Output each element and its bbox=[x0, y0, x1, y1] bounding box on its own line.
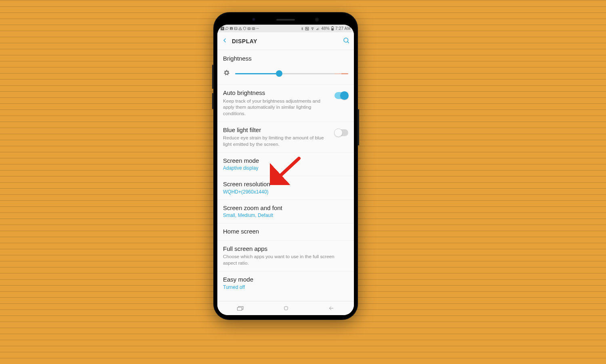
back-icon bbox=[328, 305, 335, 311]
recents-icon bbox=[237, 305, 244, 311]
camera-icon bbox=[247, 27, 251, 30]
brightness-slider-thumb[interactable] bbox=[276, 70, 282, 77]
phone-speaker bbox=[276, 19, 295, 21]
full-screen-apps-desc: Choose which apps you want to use in the… bbox=[223, 253, 348, 266]
chevron-left-icon bbox=[221, 37, 228, 44]
svg-rect-15 bbox=[332, 29, 333, 30]
app-bar: DISPLAY bbox=[217, 32, 354, 50]
shield-icon bbox=[243, 27, 246, 30]
row-screen-zoom-font[interactable]: Screen zoom and font Small, Medium, Defa… bbox=[217, 200, 354, 224]
nav-home-button[interactable] bbox=[283, 305, 289, 311]
screen-resolution-value: WQHD+(2960x1440) bbox=[223, 189, 348, 195]
more-notifications-icon bbox=[256, 27, 259, 30]
row-easy-mode[interactable]: Easy mode Turned off bbox=[217, 271, 354, 295]
status-battery-pct: 48% bbox=[321, 26, 330, 31]
svg-rect-14 bbox=[332, 26, 333, 27]
blue-light-title: Blue light filter bbox=[223, 126, 330, 134]
row-screen-resolution[interactable]: Screen resolution WQHD+(2960x1440) bbox=[217, 176, 354, 200]
search-icon bbox=[343, 37, 350, 44]
warning-icon bbox=[238, 27, 242, 30]
image-icon bbox=[234, 27, 238, 30]
row-auto-brightness[interactable]: Auto brightness Keep track of your brigh… bbox=[217, 85, 354, 122]
phone-sensor-left bbox=[252, 18, 255, 21]
page-title: DISPLAY bbox=[232, 38, 257, 44]
svg-point-2 bbox=[231, 28, 231, 29]
auto-brightness-desc: Keep track of your brightness adjustment… bbox=[223, 98, 330, 117]
auto-brightness-title: Auto brightness bbox=[223, 89, 330, 97]
phone-screen: 48% 7:27 AM DISPLAY Brightnes bbox=[217, 25, 354, 315]
screen-mode-title: Screen mode bbox=[223, 157, 348, 165]
svg-point-5 bbox=[248, 28, 250, 29]
row-brightness: Brightness bbox=[217, 50, 354, 85]
screen-resolution-title: Screen resolution bbox=[223, 180, 348, 188]
home-screen-title: Home screen bbox=[223, 227, 348, 236]
nav-bar bbox=[217, 301, 354, 315]
row-full-screen-apps[interactable]: Full screen apps Choose which apps you w… bbox=[217, 241, 354, 271]
svg-line-17 bbox=[347, 42, 349, 43]
svg-point-12 bbox=[312, 29, 313, 30]
svg-rect-21 bbox=[284, 307, 288, 310]
home-icon bbox=[283, 305, 289, 311]
svg-point-10 bbox=[258, 28, 259, 29]
phone-frame: 48% 7:27 AM DISPLAY Brightnes bbox=[213, 12, 358, 320]
svg-point-16 bbox=[344, 38, 348, 42]
bluetooth-icon bbox=[301, 27, 304, 31]
settings-list: Brightness Auto brightness Keep t bbox=[217, 50, 354, 301]
facebook-icon bbox=[221, 27, 224, 30]
brightness-slider[interactable] bbox=[235, 73, 348, 74]
screen-mode-value: Adaptive display bbox=[223, 165, 348, 171]
status-time: 7:27 AM bbox=[335, 26, 351, 31]
brightness-icon bbox=[223, 69, 230, 78]
back-button[interactable] bbox=[221, 37, 228, 45]
phone-volume-down bbox=[212, 93, 213, 109]
svg-point-19 bbox=[225, 72, 228, 74]
search-button[interactable] bbox=[343, 37, 350, 46]
camera2-icon bbox=[252, 27, 255, 30]
phone-camera bbox=[315, 17, 319, 22]
nav-recents-button[interactable] bbox=[237, 305, 244, 311]
svg-point-8 bbox=[257, 28, 257, 29]
zoom-font-title: Screen zoom and font bbox=[223, 204, 348, 212]
full-screen-apps-title: Full screen apps bbox=[223, 245, 348, 253]
row-blue-light-filter[interactable]: Blue light filter Reduce eye strain by l… bbox=[217, 122, 354, 153]
brightness-title: Brightness bbox=[223, 55, 348, 62]
phone-power-button bbox=[358, 109, 359, 145]
status-bar: 48% 7:27 AM bbox=[217, 25, 354, 32]
blue-light-desc: Reduce eye strain by limiting the amount… bbox=[223, 135, 330, 147]
easy-mode-title: Easy mode bbox=[223, 276, 348, 284]
auto-brightness-toggle[interactable] bbox=[335, 92, 348, 99]
zoom-font-value: Small, Medium, Default bbox=[223, 213, 348, 218]
svg-point-9 bbox=[257, 28, 258, 29]
svg-point-7 bbox=[253, 28, 254, 29]
blue-light-toggle[interactable] bbox=[335, 129, 348, 136]
wifi-icon bbox=[310, 27, 315, 30]
status-left-icons bbox=[221, 27, 259, 30]
easy-mode-value: Turned off bbox=[223, 284, 348, 290]
status-right-icons: 48% 7:27 AM bbox=[301, 26, 351, 31]
row-screen-mode[interactable]: Screen mode Adaptive display bbox=[217, 153, 354, 177]
nav-back-button[interactable] bbox=[328, 305, 335, 311]
contact-icon bbox=[229, 27, 233, 30]
svg-rect-20 bbox=[238, 307, 242, 311]
chat-icon bbox=[225, 27, 229, 30]
phone-volume-up bbox=[212, 65, 213, 89]
signal-icon bbox=[316, 27, 320, 30]
nfc-icon bbox=[305, 27, 309, 31]
row-home-screen[interactable]: Home screen bbox=[217, 223, 354, 241]
battery-icon bbox=[331, 26, 334, 31]
